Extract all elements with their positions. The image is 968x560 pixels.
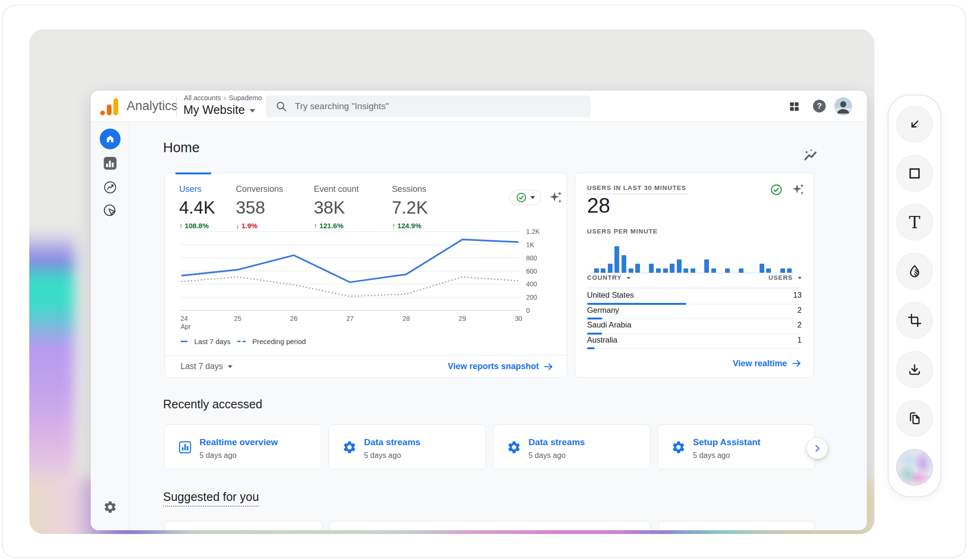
nav-reports-button[interactable] [104, 157, 116, 170]
suggested-card[interactable] [329, 521, 651, 530]
nav-advertising-button[interactable] [103, 203, 118, 220]
rectangle-tool-button[interactable] [896, 155, 933, 192]
left-nav [91, 122, 130, 530]
country-users-value: 13 [793, 291, 802, 300]
metric-tab-event-count[interactable]: Event count38K↑ 121.6% [314, 184, 359, 230]
minute-bar [594, 268, 599, 273]
admin-settings-button[interactable] [103, 500, 117, 516]
users-column-header[interactable]: USERS [769, 274, 802, 288]
recently-accessed-row: Realtime overview5 days agoData streams5… [164, 424, 822, 469]
nav-explore-button[interactable] [103, 180, 117, 197]
country-table-header: COUNTRY USERS [587, 274, 802, 288]
recent-card-title: Data streams [528, 437, 585, 448]
realtime-status-button[interactable] [770, 183, 783, 198]
country-column-header[interactable]: COUNTRY [587, 274, 631, 288]
download-icon [907, 362, 922, 377]
recent-card-data-streams[interactable]: Data streams5 days ago [493, 424, 650, 469]
country-row: Saudi Arabia2 [587, 319, 802, 334]
minute-bar [704, 259, 709, 273]
recent-card-data-streams[interactable]: Data streams5 days ago [328, 424, 486, 469]
advertising-icon [103, 203, 118, 218]
insights-button[interactable] [802, 146, 818, 164]
trend-chart [181, 231, 519, 311]
property-selector[interactable]: My Website [183, 103, 255, 117]
text-tool-button[interactable]: T [896, 204, 933, 241]
view-reports-snapshot-link[interactable]: View reports snapshot [448, 362, 553, 372]
metric-value: 7.2K [392, 198, 428, 218]
caret-down-icon [250, 109, 255, 112]
active-tab-indicator [175, 172, 211, 175]
y-axis-tick: 200 [526, 293, 537, 301]
metric-delta: ↓ 1.9% [236, 222, 283, 230]
chart-box-icon [178, 440, 192, 455]
minute-bar [725, 268, 730, 273]
country-name: Saudi Arabia [587, 320, 631, 329]
apps-grid-icon[interactable] [789, 101, 800, 114]
metric-tab-sessions[interactable]: Sessions7.2K↑ 124.9% [392, 184, 428, 230]
minute-bar [608, 264, 613, 273]
breadcrumb-all-accounts[interactable]: All accounts [184, 94, 221, 102]
blur-drop-icon [907, 264, 922, 279]
help-icon[interactable]: ? [813, 100, 826, 112]
carousel-next-button[interactable] [807, 438, 828, 459]
minute-bar [780, 268, 785, 273]
search-bar[interactable]: Try searching "Insights" [266, 95, 591, 117]
recently-accessed-title: Recently accessed [163, 397, 262, 411]
caret-down-icon [627, 277, 631, 279]
text-icon: T [909, 213, 920, 232]
copy-icon [907, 411, 922, 426]
suggested-card[interactable] [658, 521, 814, 530]
crop-tool-button[interactable] [896, 302, 933, 339]
background-style-button[interactable] [896, 449, 933, 486]
country-name: Australia [587, 336, 617, 345]
metric-label: Sessions [392, 184, 428, 194]
country-name: Germany [587, 306, 619, 315]
minute-bar [683, 268, 688, 273]
metric-delta: ↑ 124.9% [392, 222, 428, 230]
minute-bar [691, 268, 695, 273]
y-axis-tick: 1K [526, 241, 534, 249]
metric-tab-conversions[interactable]: Conversions358↓ 1.9% [236, 184, 283, 230]
check-circle-icon [516, 192, 527, 203]
search-icon [275, 100, 287, 112]
metric-delta: ↑ 121.6% [314, 222, 359, 230]
sparkles-icon [548, 190, 563, 205]
recent-card-setup-assistant[interactable]: Setup Assistant5 days ago [657, 424, 815, 469]
sparkles-icon [791, 182, 805, 197]
download-button[interactable] [896, 351, 933, 388]
gear-icon [342, 440, 357, 455]
users-per-minute-label: USERS PER MINUTE [587, 228, 658, 235]
metrics-card: Users4.4K↑ 108.8%Conversions358↓ 1.9%Eve… [164, 172, 567, 378]
arrow-tool-button[interactable] [896, 106, 933, 143]
data-quality-button[interactable] [509, 190, 541, 205]
avatar[interactable] [834, 97, 852, 115]
metric-value: 38K [314, 198, 359, 218]
nav-home-button[interactable] [100, 129, 121, 149]
recent-card-realtime-overview[interactable]: Realtime overview5 days ago [164, 424, 321, 469]
duplicate-button[interactable] [896, 400, 933, 437]
gear-icon [671, 440, 686, 455]
minute-bar [601, 268, 605, 273]
view-realtime-link[interactable]: View realtime [733, 358, 802, 369]
breadcrumb-account[interactable]: Supademo [229, 94, 262, 102]
blur-tool-button[interactable] [896, 253, 933, 290]
x-axis-tick: 25 [227, 315, 248, 323]
suggested-card[interactable] [164, 521, 322, 530]
y-axis: 1.2K1K8006004002000 [523, 231, 552, 311]
ai-insights-button[interactable] [548, 190, 563, 207]
crop-icon [907, 313, 922, 328]
realtime-ai-insights-button[interactable] [791, 182, 805, 198]
metric-label: Conversions [236, 184, 283, 194]
x-axis-tick: 24Apr [181, 315, 201, 331]
x-axis-tick: 29 [452, 315, 473, 323]
trend-chart-svg [181, 231, 519, 311]
x-axis-tick: 27 [340, 315, 361, 323]
analytics-logo-icon [100, 97, 121, 117]
minute-bar [614, 246, 619, 273]
users-last-30-min-value: 28 [587, 194, 610, 217]
y-axis-tick: 400 [526, 280, 537, 288]
y-axis-tick: 1.2K [526, 228, 540, 235]
date-range-selector[interactable]: Last 7 days [181, 362, 233, 371]
metric-tab-users[interactable]: Users4.4K↑ 108.8% [179, 184, 215, 230]
breadcrumb[interactable]: All accounts›Supademo [184, 94, 262, 102]
